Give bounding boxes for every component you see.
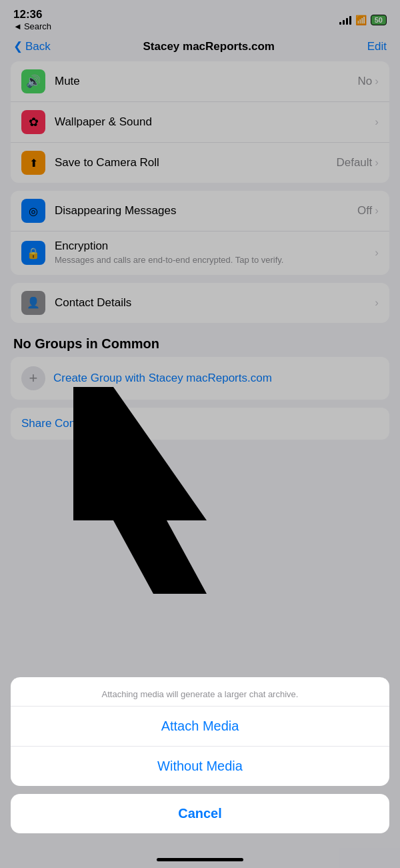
cancel-button[interactable]: Cancel: [11, 794, 389, 833]
attach-media-button[interactable]: Attach Media: [11, 707, 389, 747]
action-sheet: Attaching media will generate a larger c…: [11, 677, 389, 786]
without-media-button[interactable]: Without Media: [11, 747, 389, 786]
home-indicator: [157, 858, 243, 861]
action-sheet-message: Attaching media will generate a larger c…: [11, 677, 389, 707]
action-sheet-container: Attaching media will generate a larger c…: [0, 677, 400, 868]
cancel-sheet: Cancel: [11, 794, 389, 833]
